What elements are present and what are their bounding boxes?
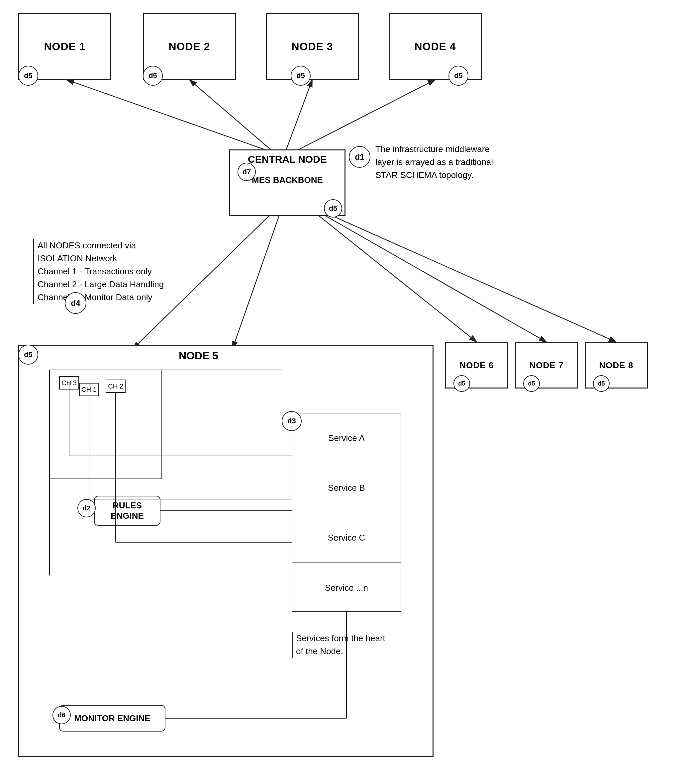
- node6-label: NODE 6: [460, 360, 494, 371]
- service-row-c: Service C: [292, 513, 401, 563]
- d5-node1-badge: d5: [18, 66, 38, 86]
- services-heart-annotation: Services form the heart of the Node.: [292, 632, 385, 658]
- rules-engine-label: RULES ENGINE: [111, 500, 144, 521]
- node3-label: NODE 3: [291, 41, 333, 53]
- node2-label: NODE 2: [168, 41, 210, 53]
- svg-line-5: [296, 80, 435, 151]
- node4-label: NODE 4: [414, 41, 456, 53]
- d6-monitor-badge: d6: [52, 706, 71, 724]
- channel-routing-step: [49, 370, 162, 479]
- node4-box: NODE 4: [389, 13, 482, 80]
- monitor-engine-box: MONITOR ENGINE: [59, 705, 165, 732]
- svg-line-9: [325, 216, 547, 342]
- service-row-n: Service ...n: [292, 563, 401, 613]
- d1-legend-badge: d1: [349, 146, 371, 168]
- d7-central-badge: d7: [237, 163, 256, 181]
- svg-line-2: [67, 80, 269, 151]
- diagram-container: NODE 1 d5 NODE 2 d5 NODE 3 d5 NODE 4 d5 …: [0, 0, 686, 784]
- isolation-network-annotation: All NODES connected via ISOLATION Networ…: [33, 239, 180, 304]
- svg-line-10: [332, 216, 616, 342]
- node5-label: NODE 5: [179, 350, 218, 362]
- service-row-a: Service A: [292, 413, 401, 463]
- svg-line-8: [319, 216, 477, 342]
- d5-node2-badge: d5: [143, 66, 163, 86]
- services-heart-text: Services form the heart of the Node.: [296, 633, 385, 656]
- svg-line-4: [286, 80, 312, 151]
- svg-line-7: [232, 216, 279, 349]
- d5-central-badge: d5: [324, 199, 342, 217]
- node7-label: NODE 7: [529, 360, 564, 371]
- d2-rules-badge: d2: [77, 499, 96, 517]
- d5-node6-badge: d5: [454, 375, 470, 392]
- svg-line-3: [189, 80, 273, 151]
- services-table: Service A Service B Service C Service ..…: [292, 413, 401, 612]
- d4-annotation-badge: d4: [65, 292, 87, 314]
- star-schema-text: The infrastructure middleware layer is a…: [376, 144, 493, 180]
- d5-node7-badge: d5: [523, 375, 540, 392]
- service-row-b: Service B: [292, 463, 401, 513]
- monitor-engine-label: MONITOR ENGINE: [74, 713, 150, 724]
- node3-box: NODE 3: [266, 13, 359, 80]
- rules-engine-box: RULES ENGINE: [94, 496, 160, 526]
- d5-node4-badge: d5: [449, 66, 469, 86]
- d5-node8-badge: d5: [593, 375, 609, 392]
- isolation-network-text: All NODES connected via ISOLATION Networ…: [38, 240, 164, 302]
- d5-node3-badge: d5: [291, 66, 310, 86]
- star-schema-annotation: The infrastructure middleware layer is a…: [376, 143, 525, 182]
- d5-node5-badge: d5: [18, 345, 38, 365]
- node5-outer-box: NODE 5 CH 3 CH 1 CH 2 RULES ENGINE d2 MO…: [18, 346, 433, 757]
- node8-label: NODE 8: [599, 360, 634, 371]
- d3-services-badge: d3: [282, 411, 302, 431]
- node1-label: NODE 1: [44, 41, 85, 53]
